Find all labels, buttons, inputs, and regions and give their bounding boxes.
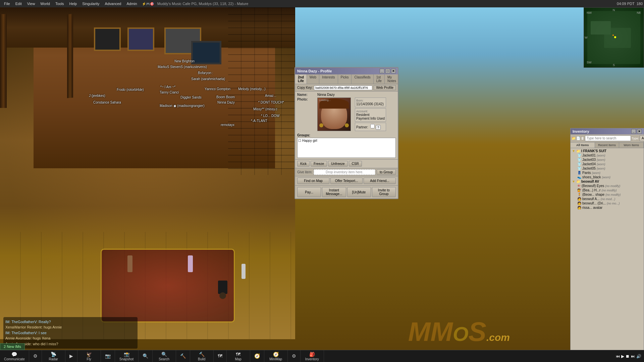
- inv-type-select[interactable]: All Types: [640, 135, 644, 141]
- inv-tab-recent[interactable]: Recent Items: [595, 142, 620, 148]
- inv-search-input[interactable]: [585, 135, 631, 141]
- profile-close-btn[interactable]: ✕: [391, 69, 396, 73]
- inv-item-rissa[interactable]: 🧑 rissa... avatar: [571, 205, 643, 210]
- partner-question-btn[interactable]: ?: [376, 125, 381, 130]
- compass-sw: SW: [587, 61, 592, 64]
- compass-n: N: [613, 8, 615, 12]
- taskbar-btn-camera[interactable]: 📷: [101, 350, 115, 362]
- taskbar-btn-arrow[interactable]: ▶: [65, 350, 77, 362]
- tab-mynotes[interactable]: My Notes: [385, 74, 399, 84]
- inv-icon-1[interactable]: 📁: [572, 136, 576, 140]
- give-item-drop-zone[interactable]: Drop inventory item here.: [314, 169, 375, 175]
- taskbar-btn-inventory[interactable]: 🎒 Inventory: [301, 350, 324, 362]
- pay-btn[interactable]: Pay...: [297, 187, 321, 197]
- taskbar-btn-build[interactable]: 🔨 Build: [190, 350, 214, 362]
- audio-play-btn[interactable]: ▶: [621, 354, 624, 359]
- taskbar-btn-build-icon[interactable]: 🔨: [176, 350, 190, 362]
- taskbar-btn-gear[interactable]: ⚙: [288, 350, 301, 362]
- menu-world[interactable]: World: [38, 1, 53, 6]
- inv-item-beo-eyes[interactable]: 👁 (Beowulf) Eyes (no modify): [571, 184, 643, 188]
- taskbar-btn-radar[interactable]: 📡 Radar: [42, 350, 65, 362]
- new-ims-notification[interactable]: 2 New IMs: [0, 343, 25, 350]
- profile-minimize-btn[interactable]: _: [380, 69, 384, 73]
- audio-stop-btn[interactable]: ⏹: [626, 354, 630, 359]
- map-label: Map: [235, 357, 241, 361]
- find-on-map-btn[interactable]: Find on Map: [297, 178, 329, 184]
- taskbar-btn-map-icon[interactable]: 🗺: [214, 350, 227, 362]
- inv-icon-2[interactable]: 📄: [576, 136, 580, 140]
- inv-tab-worn[interactable]: Worn Items: [619, 142, 644, 148]
- kick-btn[interactable]: Kick: [297, 161, 310, 167]
- audio-volume-btn[interactable]: 🔊: [636, 354, 641, 359]
- compass-nw: NW: [587, 11, 592, 14]
- taskbar-btn-fly[interactable]: 🦅 Fly: [77, 350, 101, 362]
- tab-interests[interactable]: Interests: [319, 74, 338, 84]
- add-friend-btn[interactable]: Add Friend...: [364, 178, 396, 184]
- taskbar-btn-minimap[interactable]: 🧭 MiniMap: [264, 350, 288, 362]
- copykey-input[interactable]: [314, 85, 372, 90]
- invite-to-group-btn[interactable]: Invite to Group: [372, 187, 396, 197]
- minimap-label: MiniMap: [269, 357, 282, 361]
- avatar-2: [188, 255, 193, 272]
- inv-item-jacket05[interactable]: 👕 Jacket05 (worn): [571, 166, 643, 171]
- world-map-icon: 🗺: [236, 352, 240, 357]
- menu-file[interactable]: File: [1, 1, 13, 6]
- inv-minimize-btn[interactable]: _: [631, 129, 636, 134]
- taskbar-btn-map[interactable]: 🗺 Map: [227, 350, 250, 362]
- inv-item-pants[interactable]: 👖 Pants (worn): [571, 171, 643, 175]
- tab-1stlife[interactable]: 1st Life: [374, 74, 385, 84]
- profile-maximize-btn[interactable]: □: [385, 69, 390, 73]
- profile-copykey-row: Copy Key: Web Profile: [295, 84, 398, 92]
- radar-icon: 📡: [51, 352, 56, 357]
- partner-checkbox[interactable]: [370, 124, 375, 128]
- build-icon: 🔨: [199, 352, 205, 357]
- taskbar-btn-communicate[interactable]: 💬 Communicate: [0, 350, 29, 362]
- taskbar-btn-search-icon[interactable]: 🔍: [139, 350, 153, 362]
- menu-advanced[interactable]: Advanced: [102, 1, 124, 6]
- inv-item-jacket04[interactable]: 👕 Jacket04 (worn): [571, 162, 643, 166]
- unmute-btn[interactable]: [Un]Mute: [347, 187, 371, 197]
- inv-icon-3[interactable]: 🗑: [581, 136, 584, 140]
- minimap: N NE S SW W NW: [584, 7, 644, 68]
- inv-item-jacket01[interactable]: 👕 Jacket01 (worn): [571, 153, 643, 158]
- taskbar-btn-minimap-icon[interactable]: 🧭: [250, 350, 264, 362]
- tab-web[interactable]: Web: [307, 74, 319, 84]
- snapshot-label: Snapshot: [119, 357, 133, 361]
- menu-edit[interactable]: Edit: [13, 1, 24, 6]
- audio-next-btn[interactable]: ⏭: [631, 354, 635, 359]
- audio-prev-btn[interactable]: ⏮: [616, 354, 620, 359]
- offer-teleport-btn[interactable]: Offer Teleport...: [330, 178, 363, 184]
- chat-line-2: XenaWarrior Resident: hugs Annie: [5, 324, 136, 330]
- web-profile-button[interactable]: Web Profile: [374, 85, 396, 90]
- mmos-watermark: MMOS.com: [408, 318, 510, 345]
- inv-item-jacket03[interactable]: 👕 Jacket03 (worn): [571, 158, 643, 162]
- tab-picks[interactable]: Picks: [338, 74, 352, 84]
- to-group-btn[interactable]: to Group: [377, 169, 396, 175]
- inv-item-shoes[interactable]: 👟 shoes_black (worn): [571, 175, 643, 179]
- tab-classifieds[interactable]: Classifieds: [352, 74, 373, 84]
- folder-franks-suit[interactable]: ▼ 📁 I FRANK'S SUIT: [571, 149, 643, 153]
- inv-item-beo-av[interactable]: 🧑 beowulf A... (no mod...): [571, 197, 643, 201]
- csr-btn[interactable]: CSR: [349, 161, 362, 167]
- inv-item-beo-dri[interactable]: 🧑 beowulf... (Dri... (no mo...): [571, 201, 643, 205]
- taskbar-btn-search[interactable]: 🔍 Search: [153, 350, 176, 362]
- menu-tools[interactable]: Tools: [53, 1, 67, 6]
- inv-tab-all[interactable]: All Items: [571, 142, 595, 148]
- menu-view[interactable]: View: [24, 1, 38, 6]
- menu-help[interactable]: Help: [67, 1, 80, 6]
- fly-label: Fly: [87, 357, 91, 361]
- unfreeze-btn[interactable]: Unfreeze: [328, 161, 348, 167]
- taskbar-btn-snapshot[interactable]: 📸 Snapshot: [115, 350, 139, 362]
- menu-admin[interactable]: Admin: [124, 1, 140, 6]
- tab-2ndlife[interactable]: 2nd Life: [295, 74, 307, 84]
- payment-info: Payment Info Used: [356, 117, 385, 120]
- audio-controls: ⏮ ▶ ⏹ ⏭ 🔊: [613, 354, 644, 359]
- taskbar-btn-settings[interactable]: ⚙: [29, 350, 42, 362]
- inv-item-beo-hair[interactable]: 💇 (Bea...) H...r (no modify): [571, 188, 643, 192]
- inv-item-beo-shape[interactable]: 🧍 (Beow... shape (no modify): [571, 192, 643, 197]
- menu-singularity[interactable]: Singularity: [79, 1, 102, 6]
- folder-beowulf[interactable]: ▼ 📁 beowulf AV: [571, 179, 643, 184]
- instant-message-btn[interactable]: Instant Message...: [322, 187, 346, 197]
- inv-close-btn[interactable]: ✕: [637, 129, 642, 134]
- freeze-btn[interactable]: Freeze: [311, 161, 327, 167]
